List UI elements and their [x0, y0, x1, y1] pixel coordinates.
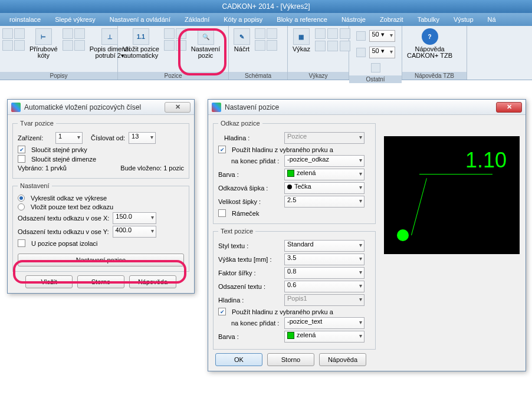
button-vlozit[interactable]: Vložit [25, 275, 73, 288]
input-offx[interactable]: 150.0 [113, 212, 156, 224]
radio-label: Vykreslit odkaz ve výkrese [31, 195, 107, 202]
label-barva2: Barva : [218, 333, 281, 340]
select-nakonec[interactable]: -pozice_odkaz [284, 155, 364, 167]
dialog-icon [212, 103, 221, 112]
menu-item[interactable]: Nástroje [334, 16, 373, 23]
radio-label: Vložit pouze text bez odkazu [31, 203, 113, 210]
select-nakonec2[interactable]: -pozice_text [284, 317, 364, 329]
ribbon-vykaz[interactable]: ▦Výkaz [289, 27, 314, 54]
dialog-auto-vlozeni: Automatické vložení pozicových čísel ✕ T… [7, 99, 195, 294]
checkbox-pouzit-hladinu[interactable]: ✔ [218, 146, 226, 153]
checkbox-ramecek[interactable] [218, 209, 226, 217]
radio-vlozit-text[interactable] [18, 203, 25, 210]
small-icons[interactable] [163, 27, 188, 52]
select-velikost[interactable]: 2.5 [284, 196, 364, 208]
checkbox-label: U pozice popsat izolaci [31, 240, 98, 247]
menu-item[interactable]: Výstup [446, 16, 481, 23]
small-icons[interactable] [61, 27, 86, 52]
status-vybrano: Vybráno: 1 prvků [18, 164, 67, 172]
dialog-title: Nastavení pozice [225, 103, 496, 111]
label-cislovat: Číslovat od: [91, 134, 125, 141]
close-button[interactable]: ✕ [165, 102, 191, 113]
small-icons[interactable] [1, 27, 26, 52]
preview-dot [397, 229, 409, 241]
ribbon-napoveda[interactable]: ?Nápověda CADKON+ TZB [403, 27, 456, 60]
ribbon-prirubove-koty[interactable]: ⊢Přírubové kóty [26, 27, 61, 60]
button-ok[interactable]: OK [215, 353, 262, 366]
small-icons[interactable] [314, 27, 352, 52]
preview-text: 1.10 [465, 148, 507, 173]
label-nakonec2: na konec přidat : [218, 320, 281, 327]
preview-pane: 1.10 [384, 136, 520, 254]
checkbox-label: Rámeček [232, 210, 259, 217]
ribbon-group-label: Schémata [229, 72, 287, 80]
label-vyska: Výška textu [mm] : [218, 256, 281, 263]
select-odsazeni[interactable]: 0.6 [284, 281, 364, 292]
status-bude: Bude vloženo: 1 pozic [120, 164, 184, 172]
select-cislovat[interactable]: 13 [129, 132, 156, 144]
select-sipka[interactable]: Tečka [284, 182, 364, 194]
color-swatch-icon [287, 332, 294, 339]
ribbon-group-label: Výkazy [288, 72, 349, 80]
radio-vykreslit[interactable] [18, 195, 25, 202]
dot-icon [287, 185, 292, 189]
checkbox-sloucit-dimenze[interactable] [18, 155, 25, 163]
ribbon-vlozit-pozice[interactable]: 1.1Vložit pozice automaticky [119, 27, 163, 60]
menu-item[interactable]: Ná [481, 16, 503, 23]
dialog-icon [11, 103, 21, 112]
ribbon-group-label: Nápověda TZB [402, 72, 467, 80]
menu-item[interactable]: Základní [178, 16, 216, 23]
dialog-title: Automatické vložení pozicových čísel [24, 103, 165, 111]
select-hladina2: Popis1 [284, 294, 364, 306]
label-offx: Odsazení textu odkazu v ose X: [18, 215, 109, 222]
small-icons[interactable] [254, 27, 278, 52]
menubar: roinstalace Slepé výkresy Nastavení a ov… [0, 13, 532, 26]
select-zarizeni[interactable]: 1 [55, 132, 83, 144]
button-storno[interactable]: Storno [267, 353, 314, 366]
checkbox-izolace[interactable] [18, 239, 25, 247]
label-velikost: Velikost šipky : [218, 198, 281, 205]
select-vyska[interactable]: 3.5 [284, 254, 364, 265]
ribbon-nastaveni-pozic[interactable]: 🔍Nastavení pozic [188, 27, 224, 60]
label-nakonec: na konec přidat : [218, 157, 281, 164]
ribbon-group-label: Ostatní [349, 75, 402, 83]
button-storno[interactable]: Storno [77, 275, 124, 288]
input-offy[interactable]: 400.0 [113, 226, 156, 238]
label-zarizeni: Zařízení: [18, 134, 52, 141]
preview-line [419, 174, 492, 175]
fieldset-legend: Text pozice [218, 228, 255, 235]
ribbon-group-label: Popisy [0, 72, 117, 80]
dialog-nastaveni-pozice: Nastavení pozice ✕ 1.10 Odkaz pozice Hla… [208, 99, 526, 371]
fieldset-legend: Nastavení [18, 182, 52, 189]
menu-item[interactable]: Zobrazit [373, 16, 411, 23]
menu-item[interactable]: Kóty a popisy [216, 16, 270, 23]
select-barva2[interactable]: zelená [284, 331, 364, 343]
label-sipka: Odkazová šipka : [218, 185, 281, 192]
checkbox-label: Sloučit stejné dimenze [31, 156, 96, 163]
button-napoveda[interactable]: Nápověda [129, 275, 176, 288]
button-napoveda[interactable]: Nápověda [319, 353, 366, 366]
menu-item[interactable]: Bloky a reference [270, 16, 334, 23]
close-button[interactable]: ✕ [496, 102, 522, 113]
checkbox-pouzit-hladinu2[interactable]: ✔ [218, 308, 226, 315]
ribbon-nacrt[interactable]: ✎Náčrt [230, 27, 254, 54]
checkbox-label: Sloučit stejné prvky [31, 146, 87, 153]
ostatni-value[interactable]: 50 ▾ [369, 47, 395, 58]
checkbox-label: Použít hladinu z vybraného prvku a [232, 308, 333, 315]
menu-item[interactable]: Slepé výkresy [48, 16, 102, 23]
label-hladina2: Hladina : [218, 297, 281, 304]
select-barva[interactable]: zelená [284, 169, 364, 180]
select-styl[interactable]: Standard [284, 240, 364, 252]
label-hladina: Hladina : [218, 134, 281, 141]
checkbox-label: Použít hladinu z vybraného prvku a [232, 146, 333, 153]
color-swatch-icon [287, 170, 294, 177]
menu-item[interactable]: Tabulky [411, 16, 446, 23]
ribbon-group-label: Pozice [118, 72, 228, 80]
checkbox-sloucit-prvky[interactable]: ✔ [18, 146, 25, 153]
menu-item[interactable]: roinstalace [2, 16, 48, 23]
menu-item[interactable]: Nastavení a ovládání [103, 16, 178, 23]
button-nastaveni-pozice[interactable]: Nastavení pozice [18, 254, 184, 266]
label-offy: Odsazení textu odkazu v ose Y: [18, 228, 109, 235]
select-faktor[interactable]: 0.8 [284, 267, 364, 279]
ostatni-value[interactable]: 50 ▾ [369, 30, 395, 42]
